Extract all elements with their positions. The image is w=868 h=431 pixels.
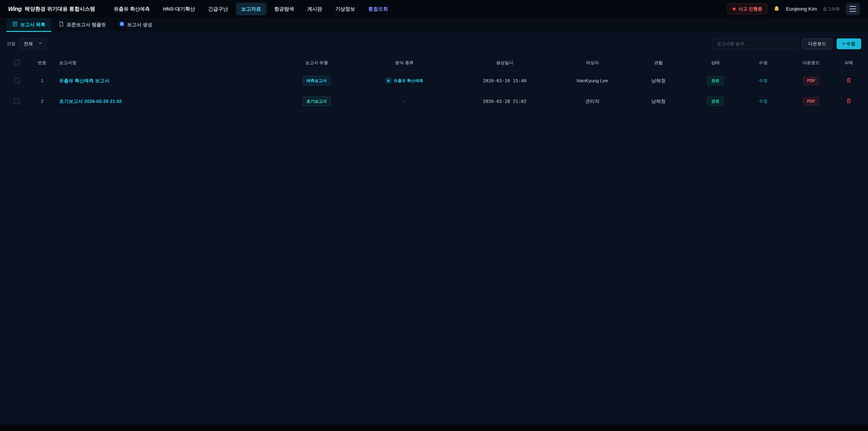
add-edit-button[interactable]: + 수정 bbox=[837, 38, 861, 49]
nav-item-reports[interactable]: 보고자료 bbox=[236, 3, 267, 16]
delete-button[interactable] bbox=[846, 98, 852, 104]
row-checkbox[interactable] bbox=[14, 98, 20, 104]
col-header-delete: 삭제 bbox=[836, 55, 861, 70]
user-name: Eunjeong Kim bbox=[786, 6, 817, 12]
analysis-type-label: - bbox=[403, 98, 405, 104]
row-number: 2 bbox=[27, 91, 57, 112]
analysis-type-label: 유출유 확산예측 bbox=[394, 78, 423, 83]
col-header-created-at: 생성일시 bbox=[451, 55, 558, 70]
nav-item-hns-air-diffusion[interactable]: HNS·대기확산 bbox=[158, 3, 200, 16]
hamburger-menu-button[interactable] bbox=[846, 3, 860, 15]
create-report-icon bbox=[119, 21, 125, 28]
pdf-download-button[interactable]: PDF bbox=[803, 76, 819, 85]
report-type-badge: 예측보고서 bbox=[303, 76, 331, 86]
row-checkbox[interactable] bbox=[14, 78, 20, 84]
edit-link[interactable]: 수정 bbox=[759, 99, 767, 103]
created-at: 2026-03-10 15:40 bbox=[483, 78, 526, 83]
jurisdiction-filter-label: 관할 bbox=[7, 41, 16, 47]
oil-droplet-icon bbox=[385, 78, 391, 84]
download-button[interactable]: 다운로드 bbox=[802, 38, 833, 49]
col-header-analysis-type: 분석 종류 bbox=[358, 55, 451, 70]
select-all-checkbox[interactable] bbox=[14, 60, 20, 66]
created-at: 2026-02-28 21:02 bbox=[483, 98, 526, 104]
app-title: 해양환경 위기대응 통합시스템 bbox=[25, 5, 95, 12]
status-badge: 완료 bbox=[707, 97, 724, 106]
tab-standard-template[interactable]: 표준보고서 템플릿 bbox=[53, 18, 112, 32]
document-icon bbox=[59, 21, 64, 28]
topbar-right-controls: 사고 진행중 Eunjeong Kim 로그아웃 bbox=[727, 3, 860, 15]
trash-icon bbox=[846, 98, 852, 104]
jurisdiction-select-value: 전체 bbox=[24, 41, 33, 47]
bottom-strip bbox=[0, 425, 868, 431]
report-name-link[interactable]: 유출유 확산예측 보고서 bbox=[59, 78, 110, 83]
col-header-jurisdiction: 관할 bbox=[627, 55, 690, 70]
col-header-author: 작성자 bbox=[558, 55, 626, 70]
jurisdiction: 남해청 bbox=[627, 70, 690, 91]
notification-bell-icon[interactable] bbox=[773, 6, 780, 12]
report-table-container: 번호 보고서명 보고서 유형 분석 종류 생성일시 작성자 관할 상태 수정 다… bbox=[0, 55, 868, 112]
nav-item-aerial-search[interactable]: 항공탐색 bbox=[269, 3, 300, 16]
table-row: 2 초기보고서 2026-02-28 21:02 초기보고서 - 2026-02… bbox=[7, 91, 861, 112]
report-search-input[interactable] bbox=[712, 38, 798, 49]
tab-create-report[interactable]: 보고서 생성 bbox=[113, 18, 158, 32]
col-header-report-name: 보고서명 bbox=[57, 55, 276, 70]
nav-item-board[interactable]: 게시판 bbox=[302, 3, 328, 16]
report-list-icon bbox=[12, 21, 18, 28]
jurisdiction-select[interactable]: 전체 bbox=[20, 38, 46, 50]
status-badge: 완료 bbox=[707, 76, 724, 85]
row-number: 1 bbox=[27, 70, 57, 91]
incident-badge-label: 사고 진행중 bbox=[738, 6, 762, 12]
app-logo[interactable]: Wing 해양환경 위기대응 통합시스템 bbox=[8, 5, 95, 12]
tab-standard-template-label: 표준보고서 템플릿 bbox=[67, 22, 106, 28]
main-nav: 유출유 확산예측 HNS·대기확산 긴급구난 보고자료 항공탐색 게시판 기상정… bbox=[108, 3, 394, 16]
tab-create-report-label: 보고서 생성 bbox=[127, 22, 152, 28]
report-tabbar: 보고서 목록 표준보고서 템플릿 보고서 생성 bbox=[0, 18, 868, 32]
analysis-type-cell: 유출유 확산예측 bbox=[385, 78, 423, 84]
report-name-link[interactable]: 초기보고서 2026-02-28 21:02 bbox=[59, 98, 122, 104]
tab-report-list[interactable]: 보고서 목록 bbox=[6, 18, 51, 32]
report-type-badge: 초기보고서 bbox=[303, 96, 331, 106]
delete-button[interactable] bbox=[846, 77, 852, 84]
nav-item-weather-info[interactable]: 기상정보 bbox=[330, 3, 361, 16]
author: NanKyung Lee bbox=[558, 70, 626, 91]
nav-item-emergency-rescue[interactable]: 긴급구난 bbox=[203, 3, 234, 16]
edit-link[interactable]: 수정 bbox=[759, 78, 767, 83]
table-row: 1 유출유 확산예측 보고서 예측보고서 유출유 확산예측 2026-03-10… bbox=[7, 70, 861, 91]
col-header-status: 상태 bbox=[690, 55, 741, 70]
table-header-row: 번호 보고서명 보고서 유형 분석 종류 생성일시 작성자 관할 상태 수정 다… bbox=[7, 55, 861, 70]
incident-dot-icon bbox=[733, 7, 736, 10]
col-header-download: 다운로드 bbox=[786, 55, 836, 70]
author: 관리자 bbox=[558, 91, 626, 112]
logout-button[interactable]: 로그아웃 bbox=[823, 6, 840, 12]
pdf-download-button[interactable]: PDF bbox=[803, 97, 819, 105]
nav-item-oil-spill-prediction[interactable]: 유출유 확산예측 bbox=[108, 3, 155, 16]
report-table: 번호 보고서명 보고서 유형 분석 종류 생성일시 작성자 관할 상태 수정 다… bbox=[7, 55, 861, 112]
top-navigation-bar: Wing 해양환경 위기대응 통합시스템 유출유 확산예측 HNS·대기확산 긴… bbox=[0, 0, 868, 18]
col-header-report-type: 보고서 유형 bbox=[276, 55, 358, 70]
incident-status-badge[interactable]: 사고 진행중 bbox=[727, 3, 767, 14]
jurisdiction: 남해청 bbox=[627, 91, 690, 112]
nav-item-integrated-search[interactable]: 통합조회 bbox=[363, 3, 394, 16]
col-header-edit: 수정 bbox=[741, 55, 786, 70]
col-header-no: 번호 bbox=[27, 55, 57, 70]
filter-toolbar: 관할 전체 다운로드 + 수정 bbox=[0, 32, 868, 55]
wing-logo-icon: Wing bbox=[8, 5, 22, 12]
trash-icon bbox=[846, 77, 852, 84]
chevron-down-icon bbox=[38, 41, 42, 46]
tab-report-list-label: 보고서 목록 bbox=[20, 22, 45, 28]
